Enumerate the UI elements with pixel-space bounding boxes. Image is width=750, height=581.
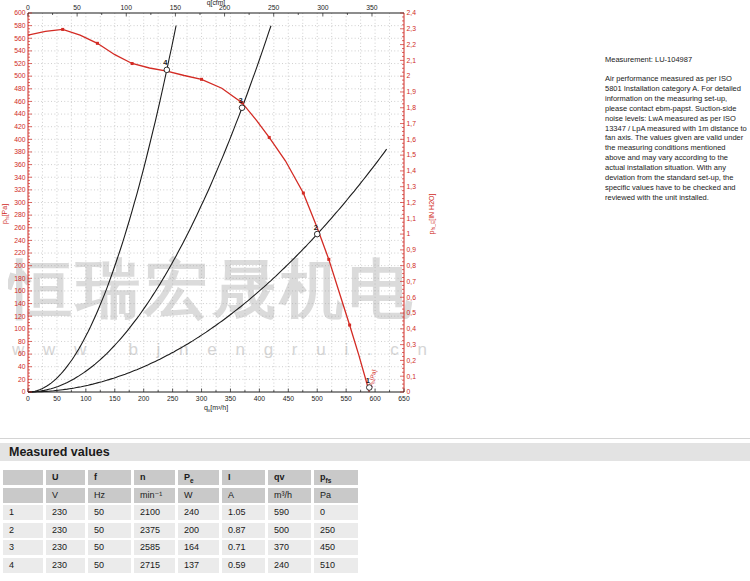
column-unit: W xyxy=(178,488,219,503)
svg-text:260: 260 xyxy=(14,224,26,231)
cell-value: 0 xyxy=(314,505,358,520)
svg-text:1: 1 xyxy=(366,376,370,385)
svg-text:0,8: 0,8 xyxy=(407,262,417,269)
svg-text:400: 400 xyxy=(14,136,26,143)
unit-corner xyxy=(3,488,43,503)
svg-text:1: 1 xyxy=(407,230,411,237)
column-header: U xyxy=(46,470,85,485)
cell-value: 50 xyxy=(88,505,131,520)
cell-value: 590 xyxy=(268,505,311,520)
svg-text:250: 250 xyxy=(268,4,280,11)
svg-text:0: 0 xyxy=(26,4,30,11)
svg-text:350: 350 xyxy=(225,395,237,402)
svg-text:1,4: 1,4 xyxy=(407,167,417,174)
svg-text:1,2: 1,2 xyxy=(407,199,417,206)
cell-value: 230 xyxy=(46,558,85,573)
cell-value: 1.05 xyxy=(222,505,265,520)
section-title: Measured values xyxy=(9,445,110,459)
cell-value: 50 xyxy=(88,523,131,538)
svg-text:80: 80 xyxy=(18,338,26,345)
cell-value: 230 xyxy=(46,505,85,520)
cell-value: 200 xyxy=(178,523,219,538)
row-index: 1 xyxy=(3,505,43,520)
cell-value: 370 xyxy=(268,540,311,555)
svg-text:2,4: 2,4 xyxy=(407,9,417,16)
svg-text:1,6: 1,6 xyxy=(407,136,417,143)
cell-value: 50 xyxy=(88,558,131,573)
svg-text:0,6: 0,6 xyxy=(407,294,417,301)
cell-value: 230 xyxy=(46,540,85,555)
svg-text:100: 100 xyxy=(121,4,133,11)
svg-text:50: 50 xyxy=(53,395,61,402)
svg-text:580: 580 xyxy=(14,22,26,29)
svg-text:0,2: 0,2 xyxy=(407,357,417,364)
svg-text:0: 0 xyxy=(26,395,30,402)
svg-text:320: 320 xyxy=(14,186,26,193)
cell-value: 2715 xyxy=(134,558,175,573)
cell-value: 510 xyxy=(314,558,358,573)
cell-value: 450 xyxy=(314,540,358,555)
svg-text:350: 350 xyxy=(366,4,378,11)
cell-value: 250 xyxy=(314,523,358,538)
column-unit: m³/h xyxy=(268,488,311,503)
cell-value: 2100 xyxy=(134,505,175,520)
svg-text:250: 250 xyxy=(167,395,179,402)
svg-text:380: 380 xyxy=(14,148,26,155)
section-title-bar: Measured values xyxy=(0,443,750,461)
cell-value: 50 xyxy=(88,540,131,555)
column-unit: V xyxy=(46,488,85,503)
svg-text:240: 240 xyxy=(14,237,26,244)
column-unit: min⁻¹ xyxy=(134,488,175,503)
column-header: f xyxy=(88,470,131,485)
svg-text:0,1: 0,1 xyxy=(407,373,417,380)
svg-text:120: 120 xyxy=(14,313,26,320)
column-unit: Pa xyxy=(314,488,358,503)
svg-text:pfs[Pa]: pfs[Pa] xyxy=(1,204,10,224)
svg-text:100: 100 xyxy=(14,325,26,332)
cell-value: 2585 xyxy=(134,540,175,555)
svg-text:560: 560 xyxy=(14,35,26,42)
svg-text:360: 360 xyxy=(14,161,26,168)
svg-text:400: 400 xyxy=(254,395,266,402)
svg-text:1,8: 1,8 xyxy=(407,104,417,111)
svg-text:50: 50 xyxy=(73,4,81,11)
measured-values-section: Measured values xyxy=(0,438,750,461)
measurement-disclaimer: Air performance measured as per ISO 5801… xyxy=(605,74,747,203)
cell-value: 0.59 xyxy=(222,558,265,573)
svg-text:600: 600 xyxy=(14,9,26,16)
cell-value: 0.71 xyxy=(222,540,265,555)
svg-text:300: 300 xyxy=(317,4,329,11)
column-header: qv xyxy=(268,470,311,485)
cell-value: 164 xyxy=(178,540,219,555)
svg-text:420: 420 xyxy=(14,123,26,130)
svg-text:60: 60 xyxy=(18,350,26,357)
column-header: I xyxy=(222,470,265,485)
column-unit: A xyxy=(222,488,265,503)
svg-text:1,7: 1,7 xyxy=(407,120,417,127)
svg-text:1,1: 1,1 xyxy=(407,215,417,222)
svg-text:200: 200 xyxy=(138,395,150,402)
cell-value: 2375 xyxy=(134,523,175,538)
cell-value: 500 xyxy=(268,523,311,538)
svg-text:20: 20 xyxy=(18,376,26,383)
svg-text:40: 40 xyxy=(18,363,26,370)
performance-chart: 0204060801001201401601802002202402602803… xyxy=(0,0,440,415)
svg-text:650: 650 xyxy=(398,395,410,402)
column-header: Pe xyxy=(178,470,219,485)
fan-datasheet-page: 恒瑞宏晟机电 w w w . b j n e n g r u i . c n 0… xyxy=(0,0,750,581)
svg-text:150: 150 xyxy=(170,4,182,11)
measurement-note: Measurement: LU-104987 Air performance m… xyxy=(605,55,747,203)
row-index: 4 xyxy=(3,558,43,573)
svg-text:3: 3 xyxy=(238,96,242,105)
svg-text:280: 280 xyxy=(14,211,26,218)
row-index: 2 xyxy=(3,523,43,538)
svg-text:600: 600 xyxy=(369,395,381,402)
svg-text:qv[m³/h]: qv[m³/h] xyxy=(204,404,228,413)
svg-text:300: 300 xyxy=(14,199,26,206)
svg-text:140: 140 xyxy=(14,300,26,307)
svg-text:150: 150 xyxy=(109,395,121,402)
measured-values-table: UfnPeIqvpfsVHzmin⁻¹WAm³/hPa1230502100240… xyxy=(3,470,358,573)
svg-text:1,5: 1,5 xyxy=(407,151,417,158)
measurement-id: Measurement: LU-104987 xyxy=(605,55,747,64)
svg-text:100: 100 xyxy=(80,395,92,402)
